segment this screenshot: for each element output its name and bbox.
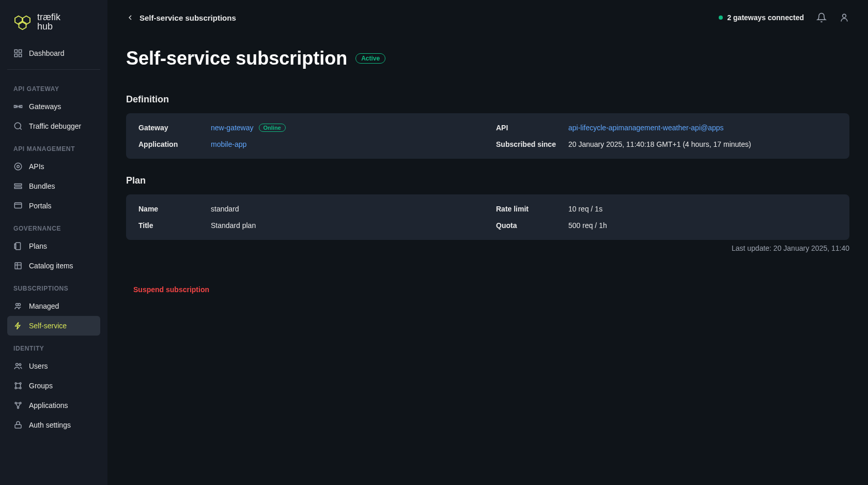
- catalog-items-icon: [13, 261, 23, 270]
- svg-line-41: [19, 404, 20, 407]
- notifications-button[interactable]: [816, 12, 827, 23]
- field-plan-title: Title Standard plan: [138, 221, 479, 230]
- definition-card: Gateway new-gateway Online API api-lifec…: [126, 113, 849, 159]
- definition-section: Definition Gateway new-gateway Online AP…: [126, 94, 849, 159]
- svg-point-14: [17, 165, 20, 168]
- svg-line-40: [16, 404, 18, 407]
- svg-point-38: [20, 402, 21, 404]
- svg-rect-43: [15, 425, 21, 428]
- sidebar-item-groups[interactable]: Groups: [7, 376, 100, 396]
- sidebar-item-label: Portals: [29, 202, 52, 210]
- back-button[interactable]: [126, 13, 134, 22]
- sidebar-item-label: Traffic debugger: [29, 122, 81, 130]
- last-update: Last update: 20 January 2025, 11:40: [126, 244, 849, 252]
- sidebar-item-self-service[interactable]: Self-service: [7, 316, 100, 336]
- sidebar-item-portals[interactable]: Portals: [7, 196, 100, 216]
- svg-point-37: [15, 402, 17, 404]
- svg-rect-16: [14, 184, 22, 186]
- topbar: Self-service subscriptions 2 gateways co…: [107, 0, 868, 35]
- plans-icon: [13, 241, 23, 251]
- sidebar-item-plans[interactable]: Plans: [7, 236, 100, 256]
- sidebar-item-applications[interactable]: Applications: [7, 396, 100, 415]
- svg-point-30: [20, 383, 21, 384]
- field-rate-limit: Rate limit 10 req / 1s: [496, 205, 837, 213]
- sidebar-item-apis[interactable]: APIs: [7, 157, 100, 176]
- sidebar-item-label: APIs: [29, 162, 44, 171]
- svg-rect-6: [19, 54, 22, 57]
- status-dot-icon: [719, 16, 723, 20]
- breadcrumb: Self-service subscriptions: [126, 13, 236, 22]
- sidebar-item-dashboard[interactable]: Dashboard: [7, 43, 100, 63]
- quota-value: 500 req / 1h: [568, 221, 607, 230]
- suspend-subscription-button[interactable]: Suspend subscription: [126, 285, 209, 294]
- svg-point-32: [20, 387, 21, 389]
- svg-point-12: [14, 123, 21, 129]
- logo[interactable]: træfik hub: [13, 12, 94, 31]
- sidebar-item-label: Dashboard: [29, 49, 65, 57]
- plan-card: Name standard Rate limit 10 req / 1s Tit…: [126, 194, 849, 240]
- portals-icon: [13, 201, 23, 210]
- field-plan-name: Name standard: [138, 205, 479, 213]
- logo-text: træfik hub: [37, 12, 60, 31]
- field-subscribed: Subscribed since 20 January 2025, 11:40:…: [496, 140, 837, 148]
- sidebar-nav: Dashboard API GATEWAY Gateways Traffic d…: [0, 43, 107, 435]
- plan-title-value: Standard plan: [211, 221, 256, 230]
- svg-rect-20: [16, 242, 21, 250]
- sidebar-item-catalog-items[interactable]: Catalog items: [7, 256, 100, 276]
- sidebar-item-label: Catalog items: [29, 262, 73, 270]
- applications-icon: [13, 401, 23, 410]
- svg-point-15: [14, 163, 22, 170]
- sidebar-item-label: Users: [29, 362, 48, 370]
- sidebar-item-managed[interactable]: Managed: [7, 296, 100, 316]
- svg-rect-7: [14, 105, 16, 108]
- svg-point-26: [18, 304, 21, 306]
- bundles-icon: [13, 181, 23, 191]
- online-badge: Online: [259, 124, 286, 132]
- quota-label: Quota: [496, 221, 568, 230]
- rate-limit-label: Rate limit: [496, 205, 568, 213]
- managed-icon: [13, 301, 23, 311]
- svg-rect-3: [14, 50, 17, 52]
- sidebar-item-users[interactable]: Users: [7, 356, 100, 376]
- sidebar-item-label: Managed: [29, 302, 59, 310]
- self-service-icon: [13, 321, 23, 330]
- api-label: API: [496, 124, 568, 132]
- sidebar-item-traffic-debugger[interactable]: Traffic debugger: [7, 116, 100, 136]
- gateways-icon: [13, 102, 23, 111]
- plan-section: Plan Name standard Rate limit 10 req / 1…: [126, 175, 849, 252]
- svg-rect-5: [14, 54, 17, 57]
- api-link[interactable]: api-lifecycle-apimanagement-weather-api@…: [568, 124, 724, 132]
- svg-rect-22: [15, 263, 21, 269]
- field-api: API api-lifecycle-apimanagement-weather-…: [496, 124, 837, 132]
- logo-container: træfik hub: [0, 0, 107, 43]
- main-content: Self-service subscriptions 2 gateways co…: [107, 0, 868, 485]
- sidebar-item-bundles[interactable]: Bundles: [7, 176, 100, 196]
- topbar-right: 2 gateways connected: [719, 12, 849, 23]
- subscribed-value: 20 January 2025, 11:40:18 GMT+1 (4 hours…: [568, 140, 751, 148]
- sidebar-item-gateways[interactable]: Gateways: [7, 97, 100, 116]
- page-title: Self-service subscription: [126, 48, 347, 69]
- status-badge: Active: [355, 53, 385, 64]
- sidebar-item-label: Bundles: [29, 182, 55, 190]
- traefik-logo-icon: [13, 13, 34, 30]
- application-link[interactable]: mobile-app: [211, 140, 246, 148]
- dashboard-icon: [13, 49, 23, 58]
- content-area: Self-service subscription Active Definit…: [107, 48, 868, 313]
- sidebar-divider: [7, 69, 100, 70]
- application-label: Application: [138, 140, 211, 148]
- svg-point-39: [18, 407, 19, 408]
- svg-rect-4: [19, 50, 22, 52]
- plan-name-value: standard: [211, 205, 239, 213]
- svg-line-13: [20, 128, 21, 129]
- svg-rect-18: [14, 203, 22, 208]
- svg-rect-8: [21, 105, 22, 108]
- auth-settings-icon: [13, 420, 23, 430]
- plan-title: Plan: [126, 175, 849, 186]
- sidebar-item-auth-settings[interactable]: Auth settings: [7, 415, 100, 435]
- section-header-identity: IDENTITY: [7, 336, 100, 356]
- user-menu-button[interactable]: [839, 12, 849, 23]
- gateway-link[interactable]: new-gateway: [211, 124, 254, 132]
- breadcrumb-text[interactable]: Self-service subscriptions: [140, 13, 236, 22]
- gateway-status[interactable]: 2 gateways connected: [719, 13, 804, 22]
- users-icon: [13, 361, 23, 371]
